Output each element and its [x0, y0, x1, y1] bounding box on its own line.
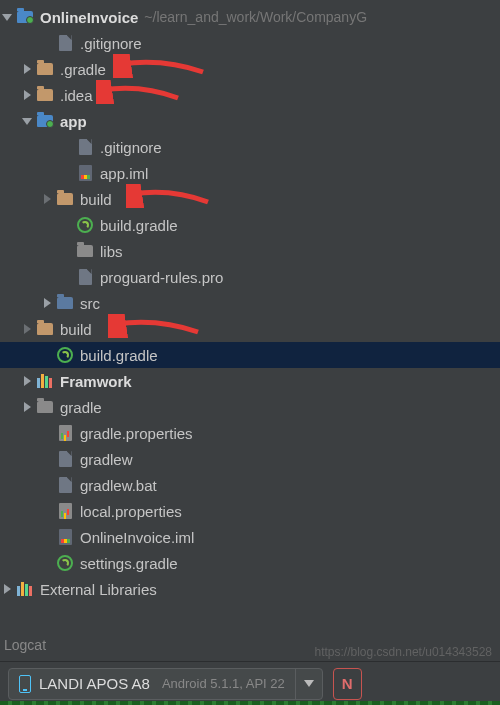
folder-icon	[36, 86, 54, 104]
device-selector[interactable]: LANDI APOS A8 Android 5.1.1, API 22	[8, 668, 323, 700]
tree-row[interactable]: Framwork	[0, 368, 500, 394]
root-path: ~/learn_and_work/Work/CompanyG	[144, 9, 367, 25]
iml-file-icon	[56, 528, 74, 546]
expand-icon[interactable]	[20, 114, 34, 128]
project-tree[interactable]: OnlineInvoice ~/learn_and_work/Work/Comp…	[0, 0, 500, 602]
tree-row[interactable]: libs	[0, 238, 500, 264]
tree-row-idea[interactable]: .idea	[0, 82, 500, 108]
library-icon	[36, 372, 54, 390]
tree-row-app[interactable]: app	[0, 108, 500, 134]
tree-row[interactable]: src	[0, 290, 500, 316]
tree-row-ext-lib[interactable]: External Libraries	[0, 576, 500, 602]
folder-icon	[76, 242, 94, 260]
gradle-icon	[76, 216, 94, 234]
expand-icon[interactable]	[20, 322, 34, 336]
module-folder-icon	[36, 112, 54, 130]
file-icon	[56, 450, 74, 468]
tree-row[interactable]: app.iml	[0, 160, 500, 186]
gradle-icon	[56, 554, 74, 572]
tree-row[interactable]: gradlew.bat	[0, 472, 500, 498]
folder-icon	[56, 294, 74, 312]
iml-file-icon	[76, 164, 94, 182]
file-icon	[76, 138, 94, 156]
chevron-down-icon	[304, 680, 314, 687]
device-dropdown-button[interactable]	[295, 669, 322, 699]
folder-icon	[36, 398, 54, 416]
device-name: LANDI APOS A8	[39, 675, 150, 692]
expand-icon[interactable]	[20, 374, 34, 388]
properties-file-icon	[56, 424, 74, 442]
tree-row[interactable]: local.properties	[0, 498, 500, 524]
expand-icon[interactable]	[20, 400, 34, 414]
folder-icon	[36, 60, 54, 78]
tree-row[interactable]: build.gradle	[0, 212, 500, 238]
tree-row[interactable]: .gitignore	[0, 134, 500, 160]
tree-row[interactable]: OnlineInvoice.iml	[0, 524, 500, 550]
device-icon	[19, 675, 31, 693]
tree-row[interactable]: gradlew	[0, 446, 500, 472]
status-bar	[0, 701, 500, 705]
tree-row[interactable]: proguard-rules.pro	[0, 264, 500, 290]
new-button[interactable]: N	[333, 668, 362, 700]
file-icon	[76, 268, 94, 286]
tree-row[interactable]: .gitignore	[0, 30, 500, 56]
expand-icon[interactable]	[0, 582, 14, 596]
expand-icon[interactable]	[40, 192, 54, 206]
file-icon	[56, 34, 74, 52]
expand-icon[interactable]	[20, 88, 34, 102]
expand-icon[interactable]	[0, 10, 14, 24]
logcat-tab[interactable]: Logcat	[4, 637, 46, 653]
expand-icon[interactable]	[40, 296, 54, 310]
library-icon	[16, 580, 34, 598]
tree-row-selected[interactable]: build.gradle	[0, 342, 500, 368]
watermark: https://blog.csdn.net/u014343528	[315, 645, 492, 659]
bottom-toolbar: LANDI APOS A8 Android 5.1.1, API 22 N	[0, 661, 500, 705]
tree-row-root[interactable]: OnlineInvoice ~/learn_and_work/Work/Comp…	[0, 4, 500, 30]
tree-row-build-root[interactable]: build	[0, 316, 500, 342]
folder-icon	[56, 190, 74, 208]
folder-icon	[36, 320, 54, 338]
root-name: OnlineInvoice	[40, 9, 138, 26]
file-icon	[56, 476, 74, 494]
expand-icon[interactable]	[20, 62, 34, 76]
tree-row[interactable]: gradle.properties	[0, 420, 500, 446]
tree-row-build-app[interactable]: build	[0, 186, 500, 212]
device-sub: Android 5.1.1, API 22	[162, 676, 285, 691]
tree-row[interactable]: gradle	[0, 394, 500, 420]
properties-file-icon	[56, 502, 74, 520]
gradle-icon	[56, 346, 74, 364]
module-folder-icon	[16, 8, 34, 26]
tree-row[interactable]: settings.gradle	[0, 550, 500, 576]
tree-row-gradle-hidden[interactable]: .gradle	[0, 56, 500, 82]
